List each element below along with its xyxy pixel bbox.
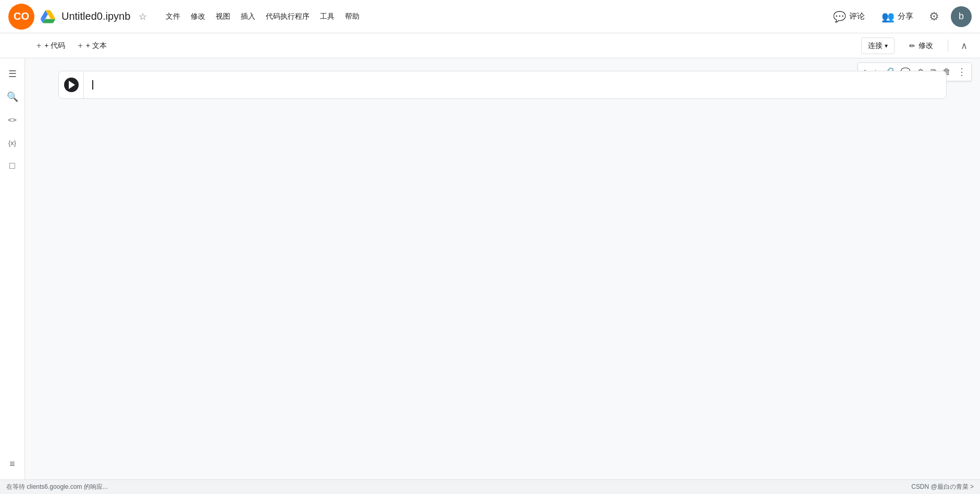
comment-label: 评论 (849, 11, 865, 21)
add-text-label: + 文本 (86, 41, 107, 50)
text-cursor (92, 80, 93, 90)
sidebar-files-button[interactable]: □ (3, 156, 22, 175)
sidebar-code-button[interactable]: <> (3, 110, 22, 129)
add-code-label: + 代码 (44, 41, 65, 50)
menu-help[interactable]: 帮助 (341, 10, 364, 23)
menu-view[interactable]: 视图 (212, 10, 234, 23)
chevron-down-icon: ▾ (885, 42, 888, 49)
search-icon: 🔍 (7, 91, 18, 103)
code-icon: <> (8, 116, 17, 124)
terminal-icon: ≡ (9, 459, 15, 470)
user-avatar[interactable]: b (951, 6, 972, 27)
edit-label: 修改 (919, 41, 933, 50)
colab-logo: CO (8, 4, 34, 30)
sidebar-menu-icon[interactable]: ☰ (3, 65, 22, 83)
share-button[interactable]: 👥 分享 (877, 7, 917, 26)
comment-button[interactable]: 💬 评论 (829, 7, 869, 26)
google-drive-icon (41, 9, 55, 24)
plus-icon-text: + (78, 41, 82, 50)
menu-edit[interactable]: 修改 (187, 10, 209, 23)
notebook-area: ↑ ↓ 🔗 💬 ⚙ ⧉ 🗑 ⋮ (25, 58, 980, 479)
folder-icon: □ (9, 160, 15, 171)
sidebar-variables-button[interactable]: {x} (3, 133, 22, 152)
run-cell-button[interactable] (59, 71, 84, 98)
header-actions: 💬 评论 👥 分享 ⚙ b (829, 6, 972, 27)
toolbar: + + 代码 + + 文本 连接 ▾ ✏ 修改 ∧ (0, 33, 980, 58)
play-triangle (69, 81, 75, 89)
toolbar-divider (948, 40, 948, 52)
menu-runtime[interactable]: 代码执行程序 (262, 10, 314, 23)
edit-button[interactable]: ✏ 修改 (903, 38, 939, 54)
status-right-text: CSDN @最白の青菜 > (911, 483, 974, 491)
settings-button[interactable]: ⚙ (926, 7, 942, 27)
main-content: ☰ 🔍 <> {x} □ ≡ ↑ ↓ (0, 58, 980, 479)
variables-icon: {x} (8, 139, 16, 147)
file-title: Untitled0.ipynb (61, 10, 130, 22)
settings-icon: ⚙ (929, 10, 939, 23)
connect-label: 连接 (868, 41, 883, 50)
pencil-icon: ✏ (909, 42, 915, 50)
logo-area: CO (8, 4, 34, 30)
add-code-button[interactable]: + + 代码 (31, 39, 70, 53)
more-icon: ⋮ (957, 66, 966, 78)
status-bar: 在等待 clients6.google.com 的响应... CSDN @最白の… (0, 479, 980, 494)
menu-tools[interactable]: 工具 (316, 10, 339, 23)
chevron-up-icon: ∧ (961, 41, 967, 51)
sidebar: ☰ 🔍 <> {x} □ ≡ (0, 58, 25, 479)
connect-button[interactable]: 连接 ▾ (861, 37, 895, 54)
share-label: 分享 (898, 11, 913, 21)
collapse-button[interactable]: ∧ (957, 38, 972, 54)
comment-icon: 💬 (833, 10, 846, 23)
cell-editor[interactable] (84, 71, 946, 98)
run-icon (64, 78, 79, 92)
code-cell (58, 71, 947, 99)
add-text-button[interactable]: + + 文本 (72, 39, 111, 53)
sidebar-terminal-button[interactable]: ≡ (3, 454, 22, 473)
menu-file[interactable]: 文件 (162, 10, 184, 23)
share-icon: 👥 (882, 10, 895, 23)
toolbar-left: + + 代码 + + 文本 (31, 39, 112, 53)
menu-insert[interactable]: 插入 (237, 10, 259, 23)
plus-icon: + (36, 41, 41, 50)
menu-lines-icon: ☰ (8, 68, 17, 80)
sidebar-search-button[interactable]: 🔍 (3, 87, 22, 106)
more-button[interactable]: ⋮ (954, 64, 969, 80)
menu-bar: 文件 修改 视图 插入 代码执行程序 工具 帮助 (162, 10, 364, 23)
status-left-text: 在等待 clients6.google.com 的响应... (6, 483, 108, 491)
sidebar-bottom: ≡ (3, 454, 22, 473)
header: CO Untitled0.ipynb ☆ 文件 修改 视图 插入 代码执行程序 … (0, 0, 980, 33)
star-button[interactable]: ☆ (137, 9, 149, 24)
